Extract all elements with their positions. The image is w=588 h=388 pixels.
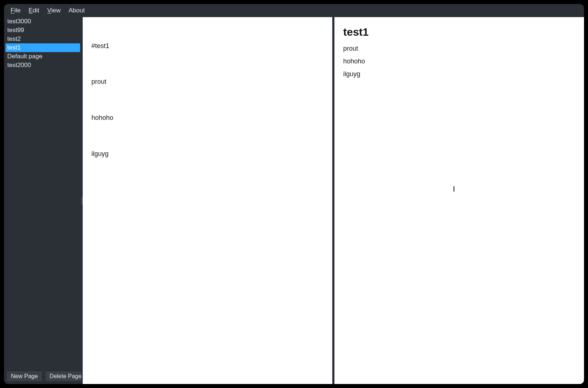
markdown-preview[interactable]: test1 prout hohoho ilguyg	[334, 17, 584, 384]
content-area: test3000 test99 test2 test1 Default page…	[4, 17, 584, 384]
sidebar: test3000 test99 test2 test1 Default page…	[4, 17, 82, 384]
page-list[interactable]: test3000 test99 test2 test1 Default page…	[4, 17, 82, 369]
menubar: File Edit View About	[4, 4, 584, 17]
preview-paragraph: hohoho	[343, 58, 575, 65]
menu-about[interactable]: About	[67, 6, 86, 15]
menu-edit-mnemonic: E	[28, 7, 32, 14]
menu-file-mnemonic: F	[11, 7, 14, 14]
page-item-test2[interactable]: test2	[5, 35, 80, 43]
menu-view-mnemonic: V	[47, 7, 51, 14]
new-page-button[interactable]: New Page	[6, 371, 43, 382]
preview-paragraph: prout	[343, 45, 575, 52]
delete-page-button[interactable]: Delete Page	[45, 371, 86, 382]
menu-view[interactable]: View	[46, 6, 62, 15]
app-window: File Edit View About test3000 test99 tes…	[4, 4, 584, 384]
page-item-test1[interactable]: test1	[5, 43, 80, 52]
editor-line: hohoho	[91, 113, 324, 122]
page-item-test2000[interactable]: test2000	[5, 61, 80, 70]
menu-file[interactable]: File	[9, 6, 22, 15]
menu-edit[interactable]: Edit	[27, 6, 40, 15]
preview-heading: test1	[343, 26, 575, 38]
markdown-editor[interactable]: #test1 prout hohoho ilguyg	[83, 17, 332, 384]
page-item-test99[interactable]: test99	[5, 26, 80, 35]
editor-line: prout	[91, 77, 324, 86]
page-item-test3000[interactable]: test3000	[5, 17, 80, 26]
editor-line: #test1	[91, 42, 324, 50]
editor-line: ilguyg	[91, 149, 324, 158]
preview-paragraph: ilguyg	[343, 70, 575, 78]
sidebar-buttons: New Page Delete Page	[4, 369, 82, 384]
page-item-default-page[interactable]: Default page	[5, 52, 80, 61]
sidebar-splitter[interactable]	[82, 17, 83, 384]
